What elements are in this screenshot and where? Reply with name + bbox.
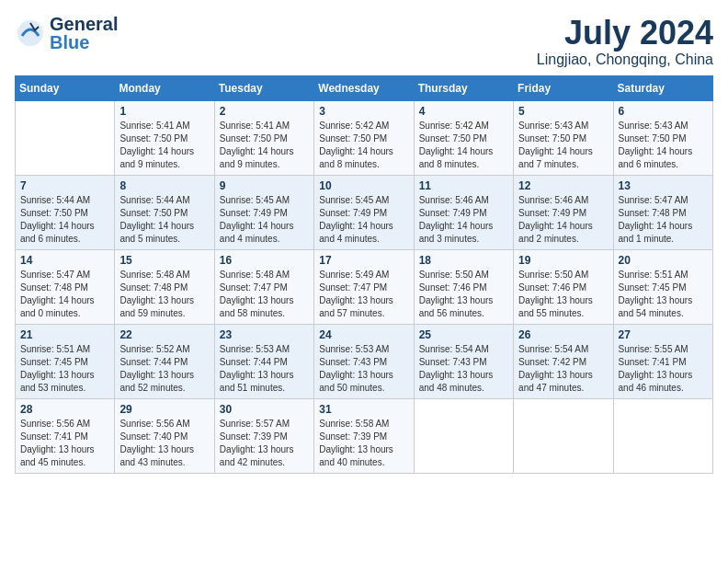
day-info: Sunrise: 5:45 AMSunset: 7:49 PMDaylight:… bbox=[220, 194, 309, 246]
calendar-cell bbox=[613, 398, 712, 473]
day-info: Sunrise: 5:43 AMSunset: 7:50 PMDaylight:… bbox=[518, 120, 608, 171]
day-info: Sunrise: 5:48 AMSunset: 7:47 PMDaylight:… bbox=[220, 269, 309, 320]
day-info: Sunrise: 5:53 AMSunset: 7:44 PMDaylight:… bbox=[220, 343, 309, 395]
day-number: 2 bbox=[220, 105, 309, 118]
title-block: July 2024 Lingjiao, Chongqing, China bbox=[537, 15, 713, 68]
day-info: Sunrise: 5:54 AMSunset: 7:43 PMDaylight:… bbox=[419, 343, 508, 395]
page-header: General Blue July 2024 Lingjiao, Chongqi… bbox=[15, 15, 713, 68]
calendar-cell: 24Sunrise: 5:53 AMSunset: 7:43 PMDayligh… bbox=[314, 324, 414, 398]
day-number: 21 bbox=[20, 328, 109, 341]
calendar-cell: 7Sunrise: 5:44 AMSunset: 7:50 PMDaylight… bbox=[16, 175, 115, 249]
calendar-cell: 6Sunrise: 5:43 AMSunset: 7:50 PMDaylight… bbox=[613, 100, 712, 175]
week-row-2: 7Sunrise: 5:44 AMSunset: 7:50 PMDaylight… bbox=[16, 175, 713, 249]
day-info: Sunrise: 5:50 AMSunset: 7:46 PMDaylight:… bbox=[419, 269, 508, 320]
calendar-cell: 12Sunrise: 5:46 AMSunset: 7:49 PMDayligh… bbox=[514, 175, 613, 249]
day-info: Sunrise: 5:52 AMSunset: 7:44 PMDaylight:… bbox=[119, 343, 209, 395]
day-number: 14 bbox=[20, 254, 109, 267]
calendar-cell bbox=[16, 100, 115, 175]
weekday-header-wednesday: Wednesday bbox=[314, 75, 414, 100]
day-info: Sunrise: 5:50 AMSunset: 7:46 PMDaylight:… bbox=[518, 269, 608, 320]
day-number: 17 bbox=[319, 254, 408, 267]
week-row-4: 21Sunrise: 5:51 AMSunset: 7:45 PMDayligh… bbox=[16, 324, 713, 398]
logo: General Blue bbox=[15, 15, 118, 52]
calendar-cell: 11Sunrise: 5:46 AMSunset: 7:49 PMDayligh… bbox=[414, 175, 513, 249]
calendar-cell: 2Sunrise: 5:41 AMSunset: 7:50 PMDaylight… bbox=[214, 100, 313, 175]
day-info: Sunrise: 5:56 AMSunset: 7:41 PMDaylight:… bbox=[20, 418, 109, 469]
calendar-cell: 26Sunrise: 5:54 AMSunset: 7:42 PMDayligh… bbox=[514, 324, 613, 398]
day-info: Sunrise: 5:43 AMSunset: 7:50 PMDaylight:… bbox=[619, 120, 708, 171]
day-number: 3 bbox=[319, 105, 408, 118]
weekday-header-thursday: Thursday bbox=[414, 75, 513, 100]
calendar-cell: 22Sunrise: 5:52 AMSunset: 7:44 PMDayligh… bbox=[115, 324, 214, 398]
calendar-cell: 18Sunrise: 5:50 AMSunset: 7:46 PMDayligh… bbox=[414, 249, 513, 324]
calendar-cell: 31Sunrise: 5:58 AMSunset: 7:39 PMDayligh… bbox=[314, 398, 414, 473]
calendar-cell: 1Sunrise: 5:41 AMSunset: 7:50 PMDaylight… bbox=[115, 100, 214, 175]
day-info: Sunrise: 5:47 AMSunset: 7:48 PMDaylight:… bbox=[20, 269, 109, 320]
day-number: 23 bbox=[220, 328, 309, 341]
calendar-cell: 19Sunrise: 5:50 AMSunset: 7:46 PMDayligh… bbox=[514, 249, 613, 324]
calendar-table: SundayMondayTuesdayWednesdayThursdayFrid… bbox=[15, 75, 713, 474]
calendar-cell: 13Sunrise: 5:47 AMSunset: 7:48 PMDayligh… bbox=[613, 175, 712, 249]
day-info: Sunrise: 5:42 AMSunset: 7:50 PMDaylight:… bbox=[319, 120, 408, 171]
calendar-cell: 8Sunrise: 5:44 AMSunset: 7:50 PMDaylight… bbox=[115, 175, 214, 249]
week-row-5: 28Sunrise: 5:56 AMSunset: 7:41 PMDayligh… bbox=[16, 398, 713, 473]
day-info: Sunrise: 5:45 AMSunset: 7:49 PMDaylight:… bbox=[319, 194, 408, 246]
day-number: 20 bbox=[619, 254, 708, 267]
calendar-cell bbox=[414, 398, 513, 473]
day-info: Sunrise: 5:58 AMSunset: 7:39 PMDaylight:… bbox=[319, 418, 408, 469]
logo-name: General bbox=[50, 15, 118, 33]
day-number: 16 bbox=[220, 254, 309, 267]
day-number: 11 bbox=[419, 179, 508, 192]
day-info: Sunrise: 5:49 AMSunset: 7:47 PMDaylight:… bbox=[319, 269, 408, 320]
weekday-header-sunday: Sunday bbox=[16, 75, 115, 100]
weekday-header-monday: Monday bbox=[115, 75, 214, 100]
calendar-cell: 23Sunrise: 5:53 AMSunset: 7:44 PMDayligh… bbox=[214, 324, 313, 398]
day-number: 24 bbox=[319, 328, 408, 341]
day-info: Sunrise: 5:56 AMSunset: 7:40 PMDaylight:… bbox=[119, 418, 209, 469]
day-number: 30 bbox=[220, 403, 309, 416]
day-number: 15 bbox=[119, 254, 209, 267]
day-number: 19 bbox=[518, 254, 608, 267]
logo-blue: Blue bbox=[50, 33, 118, 52]
calendar-cell: 28Sunrise: 5:56 AMSunset: 7:41 PMDayligh… bbox=[16, 398, 115, 473]
day-number: 7 bbox=[20, 179, 109, 192]
day-info: Sunrise: 5:46 AMSunset: 7:49 PMDaylight:… bbox=[518, 194, 608, 246]
weekday-header-tuesday: Tuesday bbox=[214, 75, 313, 100]
day-info: Sunrise: 5:54 AMSunset: 7:42 PMDaylight:… bbox=[518, 343, 608, 395]
day-info: Sunrise: 5:44 AMSunset: 7:50 PMDaylight:… bbox=[119, 194, 209, 246]
day-number: 10 bbox=[319, 179, 408, 192]
day-number: 25 bbox=[419, 328, 508, 341]
calendar-cell: 30Sunrise: 5:57 AMSunset: 7:39 PMDayligh… bbox=[214, 398, 313, 473]
day-number: 12 bbox=[518, 179, 608, 192]
calendar-cell: 29Sunrise: 5:56 AMSunset: 7:40 PMDayligh… bbox=[115, 398, 214, 473]
day-info: Sunrise: 5:41 AMSunset: 7:50 PMDaylight:… bbox=[119, 120, 209, 171]
day-info: Sunrise: 5:51 AMSunset: 7:45 PMDaylight:… bbox=[619, 269, 708, 320]
day-info: Sunrise: 5:48 AMSunset: 7:48 PMDaylight:… bbox=[119, 269, 209, 320]
day-number: 8 bbox=[119, 179, 209, 192]
day-info: Sunrise: 5:44 AMSunset: 7:50 PMDaylight:… bbox=[20, 194, 109, 246]
day-number: 26 bbox=[518, 328, 608, 341]
day-number: 27 bbox=[619, 328, 708, 341]
weekday-header-row: SundayMondayTuesdayWednesdayThursdayFrid… bbox=[16, 75, 713, 100]
calendar-cell bbox=[514, 398, 613, 473]
day-number: 1 bbox=[119, 105, 209, 118]
day-number: 22 bbox=[119, 328, 209, 341]
calendar-cell: 14Sunrise: 5:47 AMSunset: 7:48 PMDayligh… bbox=[16, 249, 115, 324]
day-info: Sunrise: 5:53 AMSunset: 7:43 PMDaylight:… bbox=[319, 343, 408, 395]
calendar-cell: 5Sunrise: 5:43 AMSunset: 7:50 PMDaylight… bbox=[514, 100, 613, 175]
day-number: 4 bbox=[419, 105, 508, 118]
calendar-cell: 25Sunrise: 5:54 AMSunset: 7:43 PMDayligh… bbox=[414, 324, 513, 398]
calendar-cell: 16Sunrise: 5:48 AMSunset: 7:47 PMDayligh… bbox=[214, 249, 313, 324]
calendar-cell: 27Sunrise: 5:55 AMSunset: 7:41 PMDayligh… bbox=[613, 324, 712, 398]
day-number: 6 bbox=[619, 105, 708, 118]
week-row-3: 14Sunrise: 5:47 AMSunset: 7:48 PMDayligh… bbox=[16, 249, 713, 324]
day-info: Sunrise: 5:46 AMSunset: 7:49 PMDaylight:… bbox=[419, 194, 508, 246]
day-number: 9 bbox=[220, 179, 309, 192]
day-info: Sunrise: 5:55 AMSunset: 7:41 PMDaylight:… bbox=[619, 343, 708, 395]
day-info: Sunrise: 5:57 AMSunset: 7:39 PMDaylight:… bbox=[220, 418, 309, 469]
calendar-cell: 10Sunrise: 5:45 AMSunset: 7:49 PMDayligh… bbox=[314, 175, 414, 249]
month-title: July 2024 bbox=[537, 15, 713, 52]
day-number: 18 bbox=[419, 254, 508, 267]
calendar-cell: 3Sunrise: 5:42 AMSunset: 7:50 PMDaylight… bbox=[314, 100, 414, 175]
calendar-cell: 9Sunrise: 5:45 AMSunset: 7:49 PMDaylight… bbox=[214, 175, 313, 249]
